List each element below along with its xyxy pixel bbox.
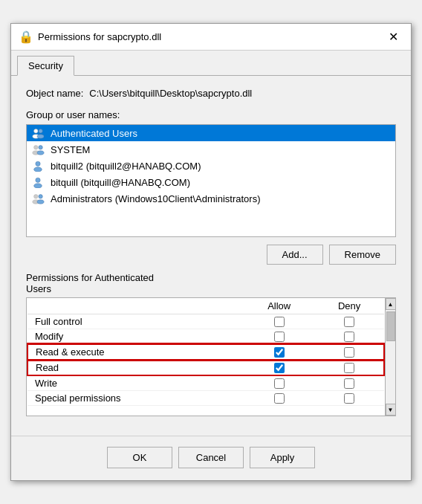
svg-point-4 xyxy=(34,146,38,149)
group-icon xyxy=(31,193,46,204)
col-permission xyxy=(27,298,244,314)
perm-deny[interactable] xyxy=(314,314,384,329)
dialog-permissions: 🔒 Permissions for sapcrypto.dll ✕ Securi… xyxy=(10,23,412,481)
perm-allow[interactable] xyxy=(244,344,314,360)
svg-point-15 xyxy=(37,200,44,204)
deny-checkbox[interactable] xyxy=(344,378,354,389)
user-item[interactable]: bitquill (bitquill@HANABQ.COM) xyxy=(27,174,395,190)
perm-name: Write xyxy=(27,375,244,391)
svg-point-12 xyxy=(34,195,38,198)
allow-checkbox[interactable] xyxy=(274,317,285,327)
permissions-header: Permissions for AuthenticatedUsers xyxy=(26,272,396,294)
ok-button[interactable]: OK xyxy=(107,447,172,468)
allow-checkbox[interactable] xyxy=(274,378,285,389)
perm-row: Write xyxy=(27,375,384,391)
apply-button[interactable]: Apply xyxy=(250,447,315,468)
title-bar-left: 🔒 Permissions for sapcrypto.dll xyxy=(20,31,161,43)
scroll-up-button[interactable]: ▲ xyxy=(386,298,396,310)
user-name: SYSTEM xyxy=(51,144,90,155)
scrollbar-thumb[interactable] xyxy=(386,311,395,341)
perm-allow[interactable] xyxy=(244,329,314,345)
bottom-buttons: OK Cancel Apply xyxy=(11,436,411,480)
perm-allow[interactable] xyxy=(244,360,314,375)
permissions-table: Allow Deny Full control Modify xyxy=(27,298,385,406)
allow-checkbox[interactable] xyxy=(274,347,285,358)
users-list[interactable]: Authenticated Users SYSTEM xyxy=(26,124,396,237)
user-name: bitquill2 (bitquill2@HANABQ.COM) xyxy=(51,161,201,172)
svg-point-3 xyxy=(37,135,44,138)
perm-allow[interactable] xyxy=(244,391,314,406)
perm-allow[interactable] xyxy=(244,375,314,391)
svg-point-6 xyxy=(39,146,42,149)
user-name: bitquill (bitquill@HANABQ.COM) xyxy=(51,177,190,188)
user-icon xyxy=(31,176,46,188)
object-name-row: Object name: C:\Users\bitquill\Desktop\s… xyxy=(26,88,396,99)
deny-checkbox[interactable] xyxy=(344,317,354,327)
user-icon xyxy=(31,160,46,172)
user-item[interactable]: Authenticated Users xyxy=(27,125,395,141)
col-deny: Deny xyxy=(314,298,384,314)
perm-deny[interactable] xyxy=(314,391,384,406)
group-users-label: Group or user names: xyxy=(26,109,396,120)
perm-row-highlighted: Read & execute xyxy=(27,344,384,360)
group-icon xyxy=(31,143,46,155)
add-remove-buttons: Add... Remove xyxy=(26,245,396,265)
deny-checkbox[interactable] xyxy=(344,332,354,342)
scrollbar-track: ▲ ▼ xyxy=(385,298,395,416)
user-item[interactable]: SYSTEM xyxy=(27,141,395,158)
dialog-content: Object name: C:\Users\bitquill\Desktop\s… xyxy=(11,76,411,428)
deny-checkbox[interactable] xyxy=(344,347,354,358)
file-icon: 🔒 xyxy=(20,31,32,43)
close-button[interactable]: ✕ xyxy=(384,28,402,46)
perm-row-highlighted: Read xyxy=(27,360,384,375)
perm-row: Modify xyxy=(27,329,384,345)
perm-name: Modify xyxy=(27,329,244,345)
perm-name: Special permissions xyxy=(27,391,244,406)
perm-name: Read xyxy=(27,360,244,375)
perm-name: Full control xyxy=(27,314,244,329)
user-name: Administrators (Windows10Client\Administ… xyxy=(51,193,260,204)
permissions-table-scroll[interactable]: Allow Deny Full control Modify xyxy=(27,298,385,416)
allow-checkbox[interactable] xyxy=(274,363,285,373)
dialog-title: Permissions for sapcrypto.dll xyxy=(38,31,161,42)
svg-point-8 xyxy=(36,161,40,166)
remove-button[interactable]: Remove xyxy=(329,245,396,265)
deny-checkbox[interactable] xyxy=(344,393,354,404)
perm-allow[interactable] xyxy=(244,314,314,329)
deny-checkbox[interactable] xyxy=(344,363,354,373)
user-item[interactable]: bitquill2 (bitquill2@HANABQ.COM) xyxy=(27,158,395,174)
group-icon xyxy=(31,127,46,139)
add-button[interactable]: Add... xyxy=(267,245,323,265)
title-bar: 🔒 Permissions for sapcrypto.dll ✕ xyxy=(11,24,411,51)
allow-checkbox[interactable] xyxy=(274,332,285,342)
perm-name: Read & execute xyxy=(27,344,244,360)
cancel-button[interactable]: Cancel xyxy=(178,447,244,468)
user-name: Authenticated Users xyxy=(51,128,137,139)
permissions-table-container: Allow Deny Full control Modify xyxy=(26,297,396,416)
perm-row: Full control xyxy=(27,314,384,329)
tab-bar: Security xyxy=(11,51,411,76)
svg-point-11 xyxy=(34,184,42,188)
perm-deny[interactable] xyxy=(314,360,384,375)
perm-deny[interactable] xyxy=(314,375,384,391)
col-allow: Allow xyxy=(244,298,314,314)
perm-deny[interactable] xyxy=(314,344,384,360)
allow-checkbox[interactable] xyxy=(274,393,285,404)
user-item[interactable]: Administrators (Windows10Client\Administ… xyxy=(27,190,395,207)
svg-point-0 xyxy=(34,129,38,133)
scroll-down-button[interactable]: ▼ xyxy=(386,404,396,416)
svg-point-10 xyxy=(36,178,40,182)
svg-point-9 xyxy=(34,167,42,172)
object-name-label: Object name: xyxy=(26,88,83,99)
object-name-value: C:\Users\bitquill\Desktop\sapcrypto.dll xyxy=(89,88,252,99)
tab-security[interactable]: Security xyxy=(17,56,74,76)
svg-point-7 xyxy=(37,151,44,155)
perm-row: Special permissions xyxy=(27,391,384,406)
perm-deny[interactable] xyxy=(314,329,384,345)
svg-point-2 xyxy=(39,129,42,133)
svg-point-14 xyxy=(39,195,42,198)
